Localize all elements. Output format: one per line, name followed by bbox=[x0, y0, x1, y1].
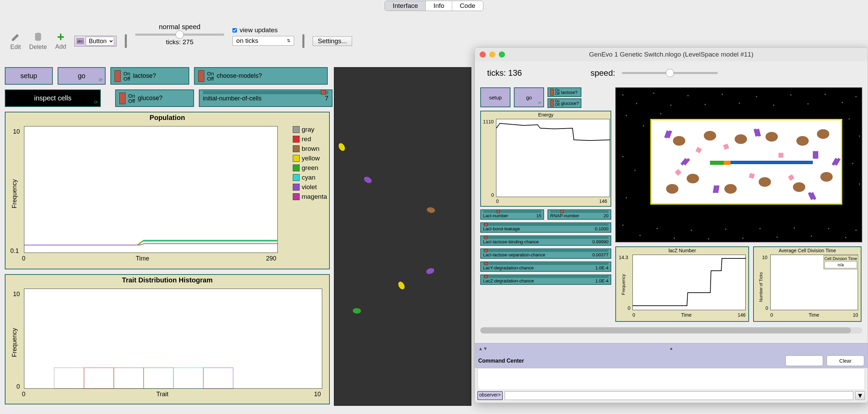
window-titlebar[interactable]: GenEvo 1 Genetic Switch.nlogo (LevelSpac… bbox=[475, 48, 868, 61]
lacz-number-plot: lacZ Number 14.3 0 0 146 Time Frequency bbox=[615, 246, 749, 322]
trait-histogram-plot: Trait Distribution Histogram 10 0 0 10 T… bbox=[5, 274, 330, 404]
tab-interface[interactable]: Interface bbox=[385, 1, 426, 11]
tabs-group: Interface Info Code bbox=[385, 1, 483, 11]
svg-point-54 bbox=[765, 132, 778, 142]
svg-point-30 bbox=[852, 163, 853, 164]
button-widget-icon: abc bbox=[77, 38, 84, 44]
svg-point-57 bbox=[687, 174, 699, 183]
svg-point-22 bbox=[855, 96, 857, 97]
widget-type-select[interactable]: Button bbox=[86, 37, 114, 46]
horizontal-scrollbar[interactable] bbox=[480, 327, 862, 333]
command-input[interactable] bbox=[505, 391, 853, 400]
delete-tool[interactable]: Delete bbox=[29, 32, 47, 51]
edit-tool[interactable]: Edit bbox=[10, 32, 21, 51]
initial-cells-slider[interactable]: initial-number-of-cells7 bbox=[199, 89, 333, 107]
svg-point-47 bbox=[855, 230, 857, 231]
clear-button[interactable]: Clear bbox=[827, 355, 864, 366]
laci-number-slider[interactable]: LacI-number15 bbox=[480, 209, 544, 220]
scrollbar-thumb[interactable] bbox=[480, 327, 851, 333]
child-glucose-switch[interactable]: OnOffglucose? bbox=[547, 98, 581, 108]
svg-rect-82 bbox=[675, 169, 682, 176]
population-lines bbox=[24, 126, 278, 253]
plot-title: Trait Distribution Histogram bbox=[5, 275, 329, 285]
svg-point-15 bbox=[739, 102, 740, 104]
switch-handle-icon bbox=[114, 70, 121, 82]
glucose-switch[interactable]: OnOff glucose? bbox=[115, 89, 194, 107]
monitor-value: n/a bbox=[824, 261, 857, 268]
xmin: 0 bbox=[22, 255, 25, 262]
choose-models-switch[interactable]: OnOff choose-models? bbox=[194, 67, 328, 85]
child-lactose-switch[interactable]: OnOfflactose? bbox=[547, 87, 581, 97]
update-mode-select[interactable]: on ticks ⇅ bbox=[232, 36, 294, 46]
history-dropdown[interactable]: ▼ bbox=[855, 391, 865, 400]
svg-point-29 bbox=[634, 170, 636, 171]
command-output[interactable] bbox=[478, 368, 865, 390]
svg-point-28 bbox=[622, 156, 624, 157]
child-setup-button[interactable]: setup bbox=[480, 87, 510, 107]
lacz-degradation-slider[interactable]: LacZ-degradation-chance1.0E-4 bbox=[480, 275, 611, 285]
svg-point-27 bbox=[859, 135, 860, 137]
command-collapse-bar[interactable]: ▲▼● bbox=[475, 343, 868, 353]
child-interface: setup go⟳ OnOfflactose? OnOffglucose? En… bbox=[475, 85, 868, 325]
tab-info[interactable]: Info bbox=[426, 1, 452, 11]
go-button[interactable]: go⟳ bbox=[58, 67, 106, 85]
agent-selector[interactable]: observer> bbox=[478, 391, 503, 400]
child-go-button[interactable]: go⟳ bbox=[514, 87, 544, 107]
xlabel: Time bbox=[809, 312, 819, 318]
svg-point-16 bbox=[756, 96, 757, 97]
switch-name: lactose? bbox=[133, 72, 156, 80]
xmax: 146 bbox=[738, 312, 746, 318]
delete-label: Delete bbox=[29, 44, 47, 51]
command-output-box-blank[interactable] bbox=[785, 355, 823, 366]
svg-point-34 bbox=[639, 235, 641, 236]
svg-point-17 bbox=[773, 105, 774, 106]
svg-rect-67 bbox=[813, 151, 816, 159]
setup-button[interactable]: setup bbox=[5, 67, 53, 85]
xmax: 10 bbox=[853, 312, 858, 318]
svg-point-11 bbox=[670, 105, 672, 106]
speed-slider[interactable] bbox=[135, 34, 224, 36]
laci-separation-slider[interactable]: LacI-lactose-separation-chance0.00377 bbox=[480, 248, 611, 259]
switch-onoff-label: OnOff bbox=[128, 93, 135, 103]
svg-rect-78 bbox=[723, 144, 729, 150]
laci-binding-slider[interactable]: LacI-lactose-binding-chance0.99990 bbox=[480, 235, 611, 246]
forever-icon: ⟳ bbox=[94, 99, 98, 105]
tab-code[interactable]: Code bbox=[452, 1, 483, 11]
lacy-degradation-slider[interactable]: LacY-degradation-chance1.0E-4 bbox=[480, 261, 611, 272]
view-updates-checkbox[interactable]: view updates bbox=[232, 26, 278, 34]
add-tool[interactable]: + Add bbox=[55, 32, 66, 50]
settings-button[interactable]: Settings... bbox=[313, 36, 352, 46]
ymax: 10 bbox=[13, 128, 20, 135]
window-title: GenEvo 1 Genetic Switch.nlogo (LevelSpac… bbox=[475, 51, 868, 58]
svg-point-19 bbox=[807, 103, 809, 105]
triangle-icon: ▲▼ bbox=[478, 346, 488, 351]
plot-canvas bbox=[24, 289, 322, 389]
svg-rect-3 bbox=[114, 368, 144, 389]
forever-icon: ⟳ bbox=[538, 101, 541, 105]
world-view[interactable] bbox=[334, 67, 471, 406]
widget-type-selector[interactable]: abc Button bbox=[74, 36, 117, 47]
svg-point-24 bbox=[643, 125, 644, 126]
rnap-number-slider[interactable]: RNAP-number20 bbox=[547, 209, 611, 220]
inspect-cells-button[interactable]: inspect cells⟳ bbox=[5, 89, 101, 107]
view-updates-label: view updates bbox=[240, 26, 278, 34]
view-updates-input[interactable] bbox=[232, 28, 237, 33]
energy-plot: Energy 1110 0 0 146 bbox=[480, 111, 611, 207]
laci-bond-leakage-slider[interactable]: LacI-bond-leakage0.1000 bbox=[480, 222, 611, 233]
ymin: 0.1 bbox=[10, 247, 19, 255]
child-speed-slider[interactable] bbox=[622, 72, 718, 74]
svg-point-56 bbox=[817, 129, 829, 139]
svg-rect-6 bbox=[203, 368, 233, 389]
ymin: 0 bbox=[628, 305, 630, 311]
svg-point-46 bbox=[845, 237, 846, 238]
svg-point-61 bbox=[820, 172, 833, 182]
ymax: 10 bbox=[13, 291, 20, 298]
lactose-switch[interactable]: OnOff lactose? bbox=[110, 67, 189, 85]
hist-bars bbox=[24, 289, 323, 389]
child-world-view[interactable] bbox=[615, 87, 862, 242]
plot-title: Energy bbox=[481, 111, 611, 118]
ymin: 0 bbox=[491, 192, 494, 198]
svg-rect-2 bbox=[84, 368, 114, 389]
svg-rect-48 bbox=[710, 161, 724, 165]
svg-point-21 bbox=[842, 102, 843, 103]
